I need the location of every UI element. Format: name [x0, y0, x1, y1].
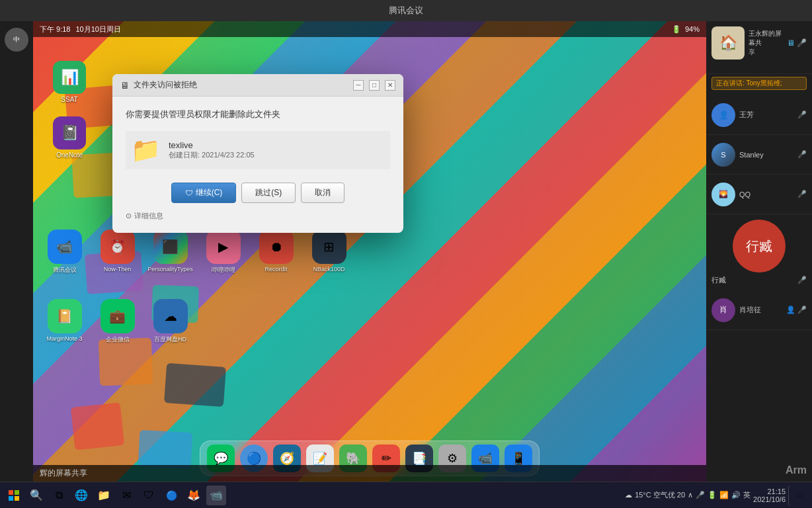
- systray-caret[interactable]: ∧: [688, 491, 693, 499]
- nback-icon: ⊞: [312, 230, 346, 264]
- lang-indicator[interactable]: 英: [743, 490, 751, 500]
- xiao-icons: 👤 🎤: [786, 306, 807, 314]
- xinzang-name: 行臧: [711, 275, 726, 285]
- color-block-9: [71, 402, 124, 450]
- file-date: 创建日期: 2021/4/23 22:05: [169, 150, 255, 160]
- dialog-title-text: 文件夹访问被拒绝: [134, 79, 197, 91]
- wang-share-label: 享: [749, 48, 783, 57]
- battery-icon: 🔋: [672, 25, 681, 34]
- wang-avatar: 🏠: [711, 26, 745, 60]
- left-user-avatar: 中: [5, 28, 28, 52]
- app-marginnote[interactable]: 📔 MarginNote 3: [43, 299, 86, 344]
- participant-qq: 🌄 QQ 🎤: [706, 175, 812, 214]
- mac-time: 下午 9:18: [40, 24, 70, 34]
- weather-text: 15°C 空气优 20: [635, 490, 685, 500]
- file-explorer-button[interactable]: 📁: [94, 486, 114, 505]
- firefox-taskbar-button[interactable]: 🦊: [184, 486, 204, 505]
- bilibili-icon: ▶: [206, 230, 241, 264]
- skip-label: 跳过(S): [255, 187, 282, 198]
- qq-icons: 🎤: [797, 190, 807, 198]
- color-block-8: [164, 363, 226, 407]
- tencent-meeting-name: 腾讯会议: [53, 266, 77, 275]
- start-button[interactable]: [4, 486, 24, 505]
- skip-button[interactable]: 跳过(S): [241, 183, 296, 203]
- screen-share-area: 下午 9:18 10月10日周日 🔋 94% 📊 SSAT 📓 OneNote: [33, 21, 706, 482]
- wangfang-icons: 🎤: [797, 110, 807, 119]
- xiao-cam-icon: 🎤: [797, 306, 807, 314]
- xinzang-mic-icon: 🎤: [797, 276, 807, 284]
- dialog-maximize-button[interactable]: □: [369, 80, 380, 91]
- qq-mic-icon: 🎤: [797, 190, 807, 198]
- tencent-meeting-icon: 📹: [48, 230, 82, 264]
- taskbar-systray: ☁ 15°C 空气优 20 ∧ 🎤 🔋 📶 🔊 英: [625, 490, 751, 500]
- continue-label: 继续(C): [196, 187, 223, 198]
- baidu-pan-icon: ☁: [153, 299, 188, 333]
- continue-button[interactable]: 🛡 继续(C): [171, 183, 237, 203]
- svg-rect-2: [9, 496, 13, 501]
- detail-toggle[interactable]: ⊙ 详细信息: [126, 211, 390, 221]
- app-wecom[interactable]: 💼 企业微信: [96, 299, 139, 344]
- participant-wang-yonghui: 🏠 王永辉的屏幕共 享 🖥 🎤: [706, 21, 812, 74]
- file-name: texlive: [169, 140, 255, 150]
- taskbar-clock[interactable]: 21:15 2021/10/6: [753, 487, 786, 503]
- ssat-icon[interactable]: 📊 SSAT: [46, 61, 93, 103]
- wangfang-avatar: 👤: [711, 103, 735, 127]
- baidu-pan-name: 百度网盘HD: [154, 335, 186, 344]
- arm-label: Arm: [786, 464, 807, 476]
- edge-taskbar-button[interactable]: 🌐: [71, 486, 91, 505]
- app-bilibili[interactable]: ▶ 哔哩哔哩: [202, 230, 245, 275]
- mail-taskbar-button[interactable]: ✉: [116, 486, 136, 505]
- desktop-icons: 📊 SSAT 📓 OneNote: [46, 61, 93, 159]
- tencent-taskbar-button[interactable]: 📹: [206, 486, 226, 505]
- battery-systray-icon: 🔋: [708, 491, 717, 499]
- xiao-mic-icon: 👤: [786, 306, 795, 314]
- stanley-avatar: S: [711, 143, 735, 167]
- app-recordit[interactable]: ⏺ RecordIt: [255, 230, 298, 275]
- access-denied-dialog[interactable]: 🖥 文件夹访问被拒绝 ─ □ ✕ 你需要提供管理员权限才能删除此文件夹 📁: [112, 74, 403, 233]
- windows-security-button[interactable]: 🛡: [139, 486, 159, 505]
- participant-stanley: S Stanley 🎤: [706, 135, 812, 175]
- app-baidu-pan[interactable]: ☁ 百度网盘HD: [149, 299, 192, 344]
- cancel-button[interactable]: 取消: [301, 183, 345, 203]
- xiao-avatar: 肖: [711, 298, 735, 322]
- app-personality[interactable]: ⬛ PersonalityTypes: [149, 230, 192, 275]
- svg-rect-3: [15, 496, 19, 501]
- dialog-file-info: 📁 texlive 创建日期: 2021/4/23 22:05: [126, 131, 390, 169]
- wecom-icon: 💼: [101, 299, 135, 333]
- dialog-close-button[interactable]: ✕: [385, 80, 395, 91]
- main-area: 中 下午 9:18 10月10日周日: [0, 21, 812, 482]
- shield-icon: 🛡: [185, 189, 193, 198]
- app-tencent-meeting[interactable]: 📹 腾讯会议: [43, 230, 86, 275]
- chrome-taskbar-button[interactable]: 🔵: [161, 486, 181, 505]
- participant-xiao: 肖 肖培征 👤 🎤: [706, 290, 812, 330]
- task-view-button[interactable]: ⧉: [49, 486, 69, 505]
- app-now-then[interactable]: ⏰ Now-Then: [96, 230, 139, 275]
- recordit-icon: ⏺: [259, 230, 294, 264]
- personality-icon: ⬛: [153, 230, 188, 264]
- mac-statusbar-right: 🔋 94%: [672, 25, 700, 34]
- detail-arrow-icon: ⊙: [126, 212, 132, 220]
- dialog-title-area: 🖥 文件夹访问被拒绝: [120, 79, 197, 91]
- now-then-name: Now-Then: [104, 266, 132, 273]
- wecom-name: 企业微信: [106, 335, 130, 344]
- stanley-icons: 🎤: [797, 150, 807, 159]
- screen-share-banner: 辉的屏幕共享: [33, 465, 706, 482]
- nback-name: NBack100D: [313, 266, 345, 273]
- dialog-titlebar: 🖥 文件夹访问被拒绝 ─ □ ✕: [112, 74, 403, 97]
- screen-share-text: 辉的屏幕共享: [40, 468, 87, 478]
- dialog-minimize-button[interactable]: ─: [353, 80, 364, 91]
- xiao-info: 肖培征: [739, 305, 782, 315]
- show-desktop-button[interactable]: □: [788, 486, 808, 505]
- app-nback[interactable]: ⊞ NBack100D: [307, 230, 350, 275]
- left-sidebar: 中: [0, 21, 33, 482]
- wangfang-info: 王芳: [739, 110, 793, 120]
- onenote-icon-box: 📓: [53, 116, 86, 149]
- search-taskbar-button[interactable]: 🔍: [26, 486, 46, 505]
- arm-label-area: Arm: [706, 330, 812, 482]
- wang-name: 王永辉的屏幕共: [749, 29, 783, 48]
- xinzang-row: 行臧: [711, 220, 807, 273]
- svg-rect-0: [9, 490, 13, 495]
- ssat-icon-box: 📊: [53, 61, 86, 94]
- onenote-icon[interactable]: 📓 OneNote: [46, 116, 93, 159]
- svg-rect-1: [15, 490, 19, 495]
